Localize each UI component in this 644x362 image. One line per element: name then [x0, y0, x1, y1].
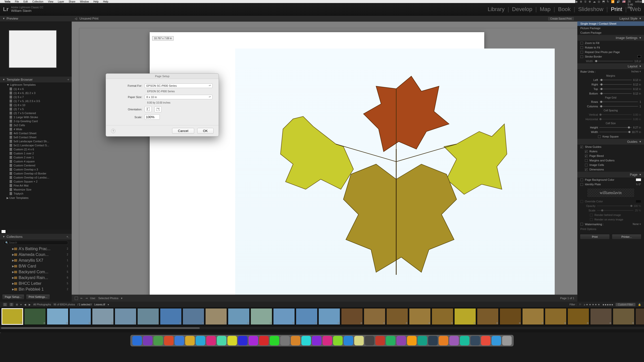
dock-app-icon[interactable] — [291, 336, 300, 345]
columns-slider[interactable] — [599, 106, 638, 107]
keep-square-check[interactable]: Keep Square — [577, 134, 644, 139]
template-item[interactable]: Custom Centered — [0, 163, 72, 167]
template-item[interactable]: Custom Square + 2 — [0, 179, 72, 184]
show-guides-check[interactable]: Show Guides — [577, 145, 644, 149]
status-icon[interactable]: 🔊 — [617, 0, 620, 3]
print-page[interactable] — [150, 32, 484, 295]
template-item[interactable]: (1) 4 x 6 — [0, 87, 72, 91]
filmstrip-thumb[interactable]: ⊡ — [137, 308, 159, 325]
dock-app-icon[interactable] — [259, 336, 269, 345]
status-icon[interactable]: ① — [584, 0, 587, 3]
ok-button[interactable]: OK — [197, 128, 214, 134]
margin-left-slider[interactable] — [599, 80, 632, 80]
dock-app-icon[interactable] — [185, 336, 195, 345]
filmstrip-thumb[interactable]: ⊡ — [47, 308, 68, 325]
guide-check[interactable]: Page Bleed — [577, 154, 644, 158]
dock-app-icon[interactable] — [312, 336, 321, 345]
layout-style-single[interactable]: Single Image / Contact Sheet — [577, 21, 644, 26]
scale-input[interactable] — [145, 114, 160, 120]
filmstrip-thumb[interactable]: ⊡ — [318, 308, 340, 325]
dock-app-icon[interactable] — [196, 336, 205, 345]
dock-app-icon[interactable] — [396, 336, 406, 345]
guide-check[interactable]: Dimensions — [577, 167, 644, 172]
menu-item[interactable]: Help — [93, 0, 99, 3]
collections-header[interactable]: ▼Collections+. — [0, 234, 72, 240]
template-browser-header[interactable]: ▼Template Browser+ — [0, 77, 72, 82]
module-map[interactable]: Map — [540, 6, 551, 13]
collections-search[interactable]: 🔍 Search — [4, 241, 68, 245]
color-swatch[interactable] — [1, 230, 6, 233]
page-setup-button[interactable]: Page Setup... — [2, 294, 24, 300]
grid-view-icon[interactable] — [75, 297, 78, 300]
template-item[interactable]: 2-Up Greeting Card — [0, 119, 72, 123]
filmstrip-thumb[interactable]: ⊡ — [409, 308, 431, 325]
status-icon[interactable]: ↻ — [607, 0, 609, 3]
watermarking-check[interactable]: Watermarking :None▾ — [577, 222, 644, 227]
dock-app-icon[interactable] — [439, 336, 448, 345]
template-item[interactable]: 4x5 Contact Sheet — [0, 131, 72, 135]
filmstrip-thumb[interactable]: ⊡ — [115, 308, 136, 325]
template-item[interactable]: 1 Large With Stroke — [0, 115, 72, 119]
dock-app-icon[interactable] — [481, 336, 491, 345]
page-bg-check[interactable]: Page Background Color — [577, 177, 644, 182]
layout-style-picture[interactable]: Picture Package — [577, 26, 644, 30]
margin-top-slider[interactable] — [599, 89, 632, 89]
template-item[interactable]: Custom 2 over 1 — [0, 155, 72, 159]
filmstrip-thumb[interactable]: ⊡ — [545, 308, 567, 325]
dock-app-icon[interactable] — [375, 336, 385, 345]
template-item[interactable]: Custom 4 square — [0, 159, 72, 163]
status-icon[interactable]: ⊛ — [580, 0, 582, 3]
filmstrip-thumb[interactable]: ⊡ — [2, 308, 23, 325]
collection-item[interactable]: ▸ Backyard Rain...6 — [0, 275, 72, 281]
dock-app-icon[interactable] — [323, 336, 332, 345]
dock-app-icon[interactable] — [280, 336, 290, 345]
filmstrip-thumb[interactable]: ⊡ — [500, 308, 521, 325]
filmstrip-thumb[interactable]: ⊡ — [568, 308, 589, 325]
collection-item[interactable]: ▸ Bin Pebbleé 12 — [0, 286, 72, 292]
stroke-border-check[interactable]: Stroke Border — [577, 54, 644, 59]
dock-app-icon[interactable] — [301, 336, 311, 345]
menu-item[interactable]: File — [15, 0, 19, 3]
printer-button[interactable]: Printer... — [612, 234, 642, 240]
create-saved-print-button[interactable]: Create Saved Print — [548, 17, 575, 21]
dock-app-icon[interactable] — [217, 336, 226, 345]
status-icon[interactable]: ⊕ — [589, 0, 591, 3]
filmstrip-thumb[interactable]: ⊡ — [296, 308, 317, 325]
rows-slider[interactable] — [599, 102, 638, 102]
prev-icon[interactable]: ◀ — [24, 303, 26, 306]
filmstrip-thumb[interactable]: ⊡ — [364, 308, 385, 325]
dock-app-icon[interactable] — [365, 336, 374, 345]
custom-filter-dropdown[interactable]: Custom Filter — [616, 303, 635, 306]
dock-app-icon[interactable] — [175, 336, 184, 345]
help-button[interactable]: ? — [111, 129, 115, 133]
module-library[interactable]: Library — [488, 6, 504, 13]
orientation-portrait-button[interactable] — [145, 106, 152, 112]
filmstrip-thumb[interactable]: ⊡ — [341, 308, 363, 325]
rating-filter[interactable]: ≥ ★ ★ ★ ★ ★ — [584, 303, 600, 306]
filmstrip-thumb[interactable]: ⊡ — [24, 308, 46, 325]
status-icon[interactable]: ⬒ — [602, 0, 605, 3]
template-item[interactable]: (1) 4 x 6, (6) 2 x 3 — [0, 91, 72, 95]
dock-app-icon[interactable] — [249, 336, 258, 345]
template-item[interactable]: (1) 7 x 5, (4) 2.5 x 3.5 — [0, 99, 72, 103]
dock-app-icon[interactable] — [386, 336, 395, 345]
margin-right-slider[interactable] — [599, 84, 632, 85]
status-icon[interactable]: ☁ — [593, 0, 596, 3]
template-item[interactable]: 5x11 Landscape Contact S... — [0, 143, 72, 147]
filmstrip-scrollbar[interactable] — [0, 327, 644, 329]
module-slideshow[interactable]: Slideshow — [578, 6, 603, 13]
margin-bottom-slider[interactable] — [599, 93, 632, 94]
format-for-dropdown[interactable]: EPSON SC-P800 Series▴▾ — [145, 83, 213, 88]
template-item[interactable]: Custom 1 over 2 — [0, 151, 72, 155]
identity-plate[interactable]: williamslavin — [587, 188, 635, 198]
orientation-landscape-button[interactable] — [154, 106, 162, 112]
menu-item[interactable]: Layer — [58, 0, 64, 3]
next-icon[interactable]: ▶ — [29, 303, 31, 306]
rotate-fit-check[interactable]: Rotate to Fit — [577, 45, 644, 50]
status-icon[interactable]: ◉ — [575, 0, 578, 3]
dock-app-icon[interactable] — [428, 336, 438, 345]
repeat-photo-check[interactable]: Repeat One Photo per Page — [577, 50, 644, 54]
status-icon[interactable]: 📶 — [611, 0, 615, 3]
cell-width-slider[interactable] — [599, 132, 630, 132]
template-item[interactable]: 5x8 Contact Sheet — [0, 135, 72, 139]
